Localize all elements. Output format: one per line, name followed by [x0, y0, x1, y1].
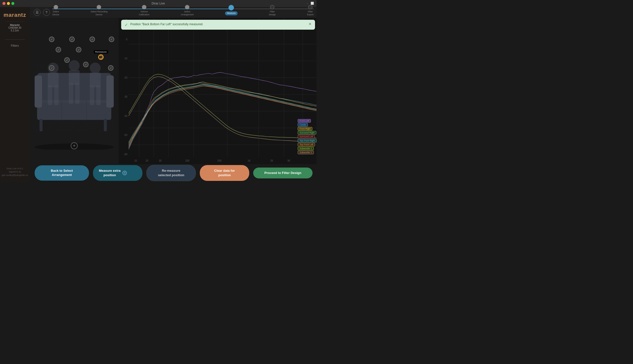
remeasure-icon — [99, 55, 103, 59]
sidebar-divider — [5, 39, 25, 40]
step-label-3: VolumeCalibration — [139, 10, 149, 16]
add-position-button[interactable]: + — [71, 142, 78, 149]
legend-front-right-label: Front Right — [298, 127, 312, 130]
chart-area: ✓ Position "Back Bottom Far Left" succes… — [119, 18, 317, 164]
legend-front-left[interactable]: Front Left — [298, 119, 317, 122]
x-label-100: 100 — [185, 160, 189, 162]
progress-bar: SelectDevice Select RecordingDevice Volu… — [53, 5, 314, 20]
room-view: ✓ ✓ ✓ ✓ ✓ ✓ ✓ ✓ ✓ ✓ Remeasure — [30, 18, 119, 164]
step-dot-4 — [185, 5, 189, 10]
main-content: ☰ ? SelectDevice Select RecordingDev — [30, 7, 317, 182]
pos-marker-5[interactable]: ✓ — [56, 47, 61, 52]
pos-marker-10[interactable]: ✓ — [108, 65, 114, 71]
chart-legend: Front Left Center Front Right Surround R… — [298, 119, 317, 154]
proceed-button[interactable]: Proceed to Filter Design — [253, 168, 313, 179]
legend-front-right[interactable]: Front Right — [298, 127, 317, 130]
pos-marker-3[interactable]: ✓ — [90, 36, 95, 42]
check-icon: ✓ — [125, 22, 128, 27]
pos-marker-7[interactable]: ✓ — [64, 57, 70, 63]
y-label-n20: -20 — [119, 76, 129, 79]
success-notification: ✓ Position "Back Bottom Far Left" succes… — [121, 20, 315, 30]
notification-close-button[interactable]: ✕ — [309, 22, 312, 26]
legend-top-front-left[interactable]: Top Front Left — [298, 143, 317, 146]
legend-top-front-left-label: Top Front Left — [298, 143, 315, 146]
close-button[interactable] — [3, 2, 6, 5]
y-label-0: 0 — [119, 38, 129, 41]
legend-surround-left[interactable]: Surround Left — [298, 135, 317, 138]
help-button[interactable]: ? — [43, 9, 50, 16]
measure-extra-label: Measure extraposition — [99, 168, 120, 178]
timer-icon: ⏱ — [122, 171, 127, 175]
device-model: CINEMA 30 — [9, 26, 21, 29]
legend-subwoofer-2[interactable]: Subwoofer 2 — [298, 151, 317, 154]
progress-step-filter-export[interactable]: FilterExport — [307, 5, 314, 16]
traffic-lights — [3, 2, 14, 5]
pos-marker-6[interactable]: ✓ — [76, 47, 81, 52]
pos-marker-1[interactable]: ✓ — [49, 36, 55, 42]
x-label-200: 200 — [217, 160, 222, 162]
progress-step-measure[interactable]: Measure — [225, 5, 238, 15]
clear-button[interactable]: Clear data forposition — [200, 165, 249, 181]
svg-rect-22 — [35, 63, 114, 132]
sidebar: marantz Marantz CINEMA 30 5.2.2ch Filter… — [0, 7, 30, 182]
notification-message: Position "Back Bottom Far Left" successf… — [130, 22, 306, 26]
legend-subwoofer-2-label: Subwoofer 2 — [298, 151, 314, 154]
pos-marker-4[interactable]: ✓ — [109, 36, 114, 42]
x-label-1k: 1K — [248, 160, 251, 162]
step-dot-6 — [270, 5, 274, 10]
progress-step-recording-device[interactable]: Select RecordingDevice — [91, 5, 108, 16]
legend-top-front-right[interactable]: Top Front Right — [298, 139, 317, 142]
legend-center[interactable]: Center — [298, 123, 317, 126]
y-label-n50: -50 — [119, 134, 129, 136]
step-label-2: Select RecordingDevice — [91, 10, 108, 16]
step-dot-1 — [54, 5, 58, 10]
legend-surround-right-label: Surround Right — [298, 131, 316, 134]
y-label-n40: -40 — [119, 115, 129, 118]
step-label-7: FilterExport — [307, 10, 314, 16]
step-label-5: Measure — [225, 11, 238, 15]
progress-step-select-device[interactable]: SelectDevice — [53, 5, 59, 16]
measure-extra-button[interactable]: Measure extraposition ⏱ — [93, 165, 142, 181]
pos-marker-active[interactable]: Remeasure — [98, 54, 104, 60]
progress-step-volume[interactable]: VolumeCalibration — [139, 5, 149, 16]
remeasure-label: Re-measureselected position — [158, 169, 184, 177]
clear-label: Clear data forposition — [214, 169, 235, 177]
legend-subwoofer-1-label: Subwoofer 1 — [298, 147, 314, 150]
x-label-30: 30 — [159, 160, 162, 162]
step-dot-7 — [308, 5, 313, 10]
pos-marker-8[interactable]: ✓ — [83, 62, 89, 67]
legend-surround-right[interactable]: Surround Right — [298, 131, 317, 134]
brand-logo: marantz — [4, 12, 26, 18]
minimize-button[interactable] — [7, 2, 10, 5]
progress-steps: SelectDevice Select RecordingDevice Volu… — [53, 5, 314, 16]
legend-front-left-label: Front Left — [298, 119, 311, 122]
menu-button[interactable]: ☰ — [34, 9, 41, 16]
step-dot-5 — [229, 5, 234, 10]
app-container: marantz Marantz CINEMA 30 5.2.2ch Filter… — [0, 7, 317, 182]
progress-step-arrangement[interactable]: SelectArrangement — [181, 5, 194, 16]
x-axis: 10 20 30 100 200 1K 2K 3K — [129, 157, 317, 164]
x-label-3k: 3K — [287, 160, 290, 162]
maximize-button[interactable] — [11, 2, 14, 5]
legend-center-label: Center — [298, 123, 308, 126]
progress-step-filter-design[interactable]: FilterDesign — [269, 5, 276, 16]
step-label-1: SelectDevice — [53, 10, 59, 16]
y-label-n30: -30 — [119, 96, 129, 98]
step-dot-2 — [97, 5, 101, 10]
step-label-6: FilterDesign — [269, 10, 276, 16]
content-area: ✓ ✓ ✓ ✓ ✓ ✓ ✓ ✓ ✓ ✓ Remeasure — [30, 18, 317, 164]
device-name: Marantz — [10, 24, 20, 26]
bottom-bar: Back to Select Arrangement Measure extra… — [30, 164, 317, 182]
remeasure-button[interactable]: Re-measureselected position — [146, 165, 196, 181]
step-dot-3 — [142, 5, 146, 10]
titlebar-title: Dirac Live — [152, 2, 165, 5]
legend-subwoofer-1[interactable]: Subwoofer 1 — [298, 147, 317, 150]
pos-marker-2[interactable]: ✓ — [69, 36, 75, 42]
sidebar-filters-link[interactable]: Filters — [11, 44, 19, 48]
x-label-20: 20 — [146, 160, 148, 162]
step-label-4: SelectArrangement — [181, 10, 194, 16]
remeasure-tooltip: Remeasure — [94, 50, 108, 54]
pos-marker-9[interactable]: ✓ — [49, 65, 55, 71]
y-label-n60: -60 — [119, 153, 129, 156]
back-button[interactable]: Back to Select Arrangement — [35, 165, 89, 181]
